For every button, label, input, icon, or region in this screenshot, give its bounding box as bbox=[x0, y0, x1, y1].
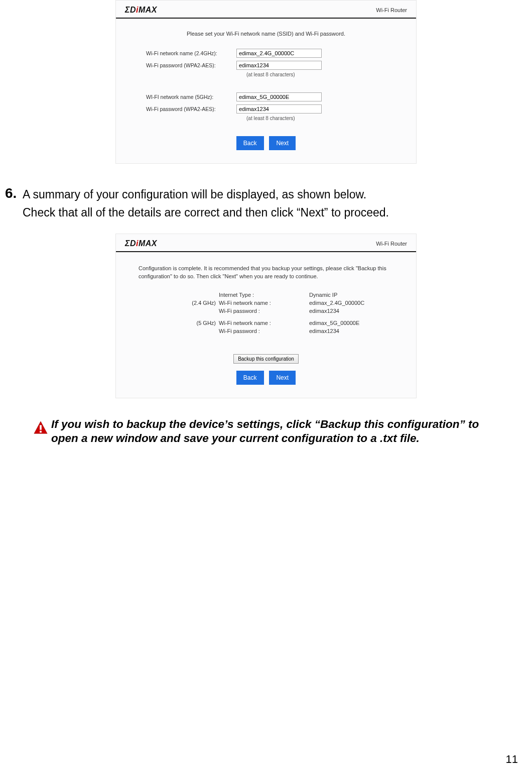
band-5-label: (5 GHz) bbox=[169, 320, 219, 326]
svg-rect-2 bbox=[40, 430, 42, 432]
page-number: 11 bbox=[506, 753, 518, 766]
backup-button[interactable]: Backup this configuration bbox=[233, 354, 299, 364]
ssid-label: Wi-Fi network name : bbox=[219, 300, 294, 306]
warning-icon bbox=[33, 420, 48, 435]
ssid-24-input[interactable] bbox=[236, 49, 322, 58]
ssid-5-value: edimax_5G_00000E bbox=[294, 320, 359, 326]
screenshot2-header: ΣDiMAX Wi-Fi Router bbox=[116, 234, 416, 252]
pass-label: Wi-Fi password : bbox=[219, 308, 294, 314]
back-button[interactable]: Back bbox=[236, 136, 264, 150]
pass-5-label: Wi-Fi password (WPA2-AES): bbox=[136, 106, 236, 112]
summary-instruction: Configuration is complete. It is recomme… bbox=[136, 264, 396, 281]
wifi-setup-screenshot: ΣDiMAX Wi-Fi Router Please set your Wi-F… bbox=[115, 0, 417, 164]
screenshot1-header: ΣDiMAX Wi-Fi Router bbox=[116, 1, 416, 19]
next-button[interactable]: Next bbox=[269, 371, 296, 385]
summary-table: Internet Type : Dynamic IP (2.4 GHz) Wi-… bbox=[136, 292, 396, 334]
pass-5-value: edimax1234 bbox=[294, 328, 339, 334]
edimax-logo: ΣDiMAX bbox=[125, 6, 157, 15]
summary-screenshot: ΣDiMAX Wi-Fi Router Configuration is com… bbox=[115, 234, 417, 398]
next-button[interactable]: Next bbox=[269, 136, 296, 150]
svg-rect-1 bbox=[40, 425, 42, 429]
step-text-line1: A summary of your configuration will be … bbox=[23, 186, 366, 202]
setup-instruction: Please set your Wi-Fi network name (SSID… bbox=[136, 31, 396, 37]
wifi-5ghz-section: WI-FI network name (5GHz): Wi-Fi passwor… bbox=[136, 92, 396, 121]
backup-note-text: If you wish to backup the device’s setti… bbox=[51, 417, 497, 446]
step-number: 6. bbox=[5, 186, 23, 200]
pass-24-hint: (at least 8 characters) bbox=[246, 72, 396, 77]
internet-type-label: Internet Type : bbox=[219, 292, 294, 298]
step-6: 6. A summary of your configuration will … bbox=[0, 174, 532, 205]
pass-5-hint: (at least 8 characters) bbox=[246, 116, 396, 121]
ssid-24-value: edimax_2.4G_00000C bbox=[294, 300, 364, 306]
back-button[interactable]: Back bbox=[236, 371, 264, 385]
pass-24-value: edimax1234 bbox=[294, 308, 339, 314]
internet-type-value: Dynamic IP bbox=[294, 292, 337, 298]
backup-note: If you wish to backup the device’s setti… bbox=[0, 408, 532, 446]
ssid-24-label: Wi-Fi network name (2.4GHz): bbox=[136, 50, 236, 56]
ssid-label: Wi-Fi network name : bbox=[219, 320, 294, 326]
pass-label: Wi-Fi password : bbox=[219, 328, 294, 334]
pass-24-label: Wi-Fi password (WPA2-AES): bbox=[136, 62, 236, 68]
pass-5-input[interactable] bbox=[236, 104, 322, 114]
mode-label: Wi-Fi Router bbox=[376, 241, 407, 247]
band-24-label: (2.4 GHz) bbox=[169, 300, 219, 306]
wifi-24ghz-section: Wi-Fi network name (2.4GHz): Wi-Fi passw… bbox=[136, 49, 396, 77]
edimax-logo: ΣDiMAX bbox=[125, 239, 157, 248]
ssid-5-label: WI-FI network name (5GHz): bbox=[136, 94, 236, 100]
mode-label: Wi-Fi Router bbox=[376, 7, 407, 13]
ssid-5-input[interactable] bbox=[236, 92, 322, 101]
pass-24-input[interactable] bbox=[236, 61, 322, 70]
step-text-line2: Check that all of the details are correc… bbox=[0, 205, 532, 220]
